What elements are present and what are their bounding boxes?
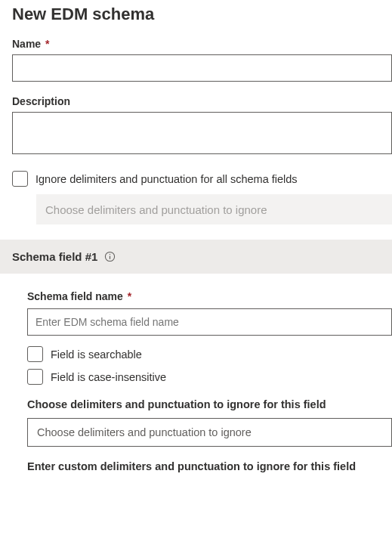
ignore-all-label: Ignore delimiters and punctuation for al…	[35, 173, 298, 185]
name-label-text: Name	[12, 38, 41, 50]
schema-field-name-label: Schema field name *	[27, 290, 392, 302]
name-required-indicator: *	[45, 38, 49, 50]
description-textarea[interactable]	[12, 112, 392, 154]
field-searchable-label: Field is searchable	[51, 348, 142, 361]
name-input[interactable]	[12, 54, 392, 82]
name-label: Name *	[12, 38, 392, 50]
schema-field-header: Schema field #1	[0, 240, 392, 274]
page-title: New EDM schema	[12, 5, 392, 24]
choose-delimiters-placeholder: Choose delimiters and punctuation to ign…	[37, 426, 252, 438]
schema-field-name-label-text: Schema field name	[27, 290, 123, 302]
ignore-all-checkbox[interactable]	[12, 171, 28, 187]
ignore-all-dropdown: Choose delimiters and punctuation to ign…	[36, 194, 392, 224]
schema-field-name-input[interactable]	[27, 308, 392, 336]
info-icon[interactable]	[103, 251, 116, 263]
field-case-insensitive-checkbox[interactable]	[27, 369, 43, 385]
field-case-insensitive-label: Field is case-insensitive	[51, 371, 166, 383]
svg-point-2	[110, 254, 110, 255]
description-label: Description	[12, 95, 392, 107]
ignore-all-dropdown-placeholder: Choose delimiters and punctuation to ign…	[45, 203, 267, 216]
schema-field-header-title: Schema field #1	[12, 250, 97, 263]
schema-field-name-required-indicator: *	[128, 290, 131, 302]
custom-delimiters-label: Enter custom delimiters and punctuation …	[27, 460, 392, 472]
choose-delimiters-label: Choose delimiters and punctuation to ign…	[27, 398, 392, 410]
choose-delimiters-dropdown[interactable]: Choose delimiters and punctuation to ign…	[27, 418, 392, 447]
field-searchable-checkbox[interactable]	[27, 346, 43, 362]
